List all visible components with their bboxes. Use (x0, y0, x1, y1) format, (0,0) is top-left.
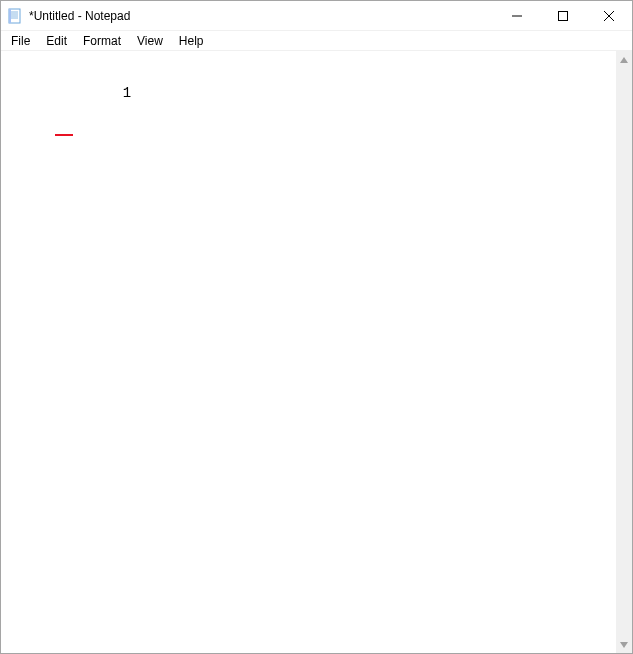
spellcheck-underline-icon (55, 134, 73, 136)
editor-text: 1 (123, 85, 131, 101)
content-area: 1 (1, 51, 632, 653)
close-button[interactable] (586, 1, 632, 31)
menu-view[interactable]: View (129, 33, 171, 49)
menubar: File Edit Format View Help (1, 31, 632, 51)
text-content: 1 (55, 69, 131, 133)
notepad-window: *Untitled - Notepad File Edit Format Vie… (0, 0, 633, 654)
menu-edit[interactable]: Edit (38, 33, 75, 49)
svg-rect-7 (559, 12, 568, 21)
svg-rect-5 (9, 9, 11, 23)
titlebar[interactable]: *Untitled - Notepad (1, 1, 632, 31)
scroll-track[interactable] (616, 68, 632, 636)
menu-format[interactable]: Format (75, 33, 129, 49)
text-editor[interactable]: 1 (1, 51, 615, 653)
scroll-down-button[interactable] (616, 636, 632, 653)
window-controls (494, 1, 632, 30)
scroll-up-button[interactable] (616, 51, 632, 68)
window-title: *Untitled - Notepad (29, 9, 494, 23)
notepad-icon (7, 8, 23, 24)
maximize-button[interactable] (540, 1, 586, 31)
vertical-scrollbar[interactable] (615, 51, 632, 653)
menu-file[interactable]: File (3, 33, 38, 49)
menu-help[interactable]: Help (171, 33, 212, 49)
minimize-button[interactable] (494, 1, 540, 31)
